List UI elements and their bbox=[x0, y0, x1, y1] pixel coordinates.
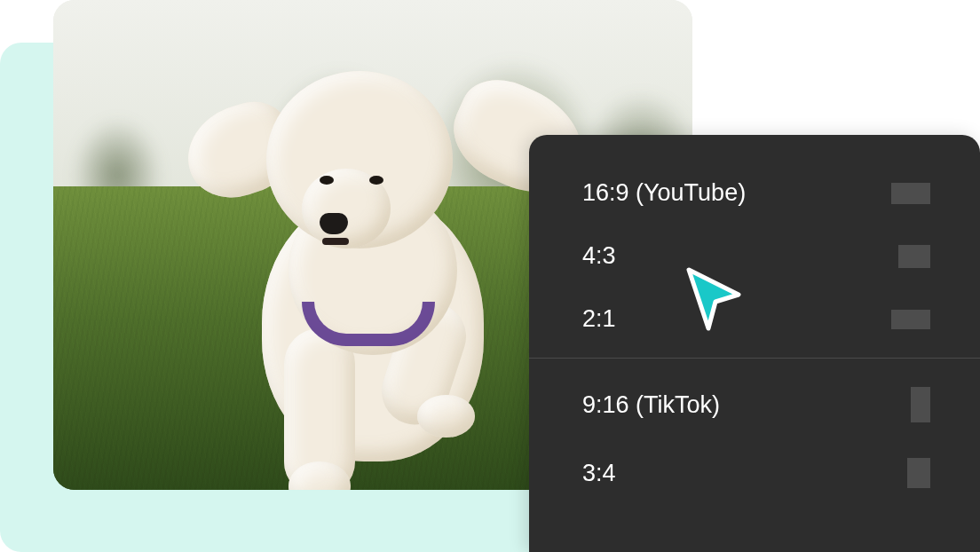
ratio-label: 9:16 (TikTok) bbox=[582, 391, 720, 419]
ratio-swatch-icon bbox=[891, 183, 930, 204]
ratio-option-9-16[interactable]: 9:16 (TikTok) bbox=[529, 369, 980, 440]
ratio-option-3-4[interactable]: 3:4 bbox=[529, 440, 980, 506]
dog-illustration bbox=[213, 80, 533, 488]
ratio-swatch-icon bbox=[891, 310, 930, 329]
ratio-label: 3:4 bbox=[582, 460, 616, 487]
aspect-ratio-panel: 16:9 (YouTube) 4:3 2:1 9:16 (TikTok) 3:4 bbox=[529, 135, 980, 552]
ratio-swatch-icon bbox=[907, 458, 930, 488]
ratio-label: 16:9 (YouTube) bbox=[582, 179, 746, 207]
ratio-label: 2:1 bbox=[582, 305, 616, 333]
ratio-option-2-1[interactable]: 2:1 bbox=[529, 288, 980, 351]
ratio-label: 4:3 bbox=[582, 242, 616, 270]
ratio-option-16-9[interactable]: 16:9 (YouTube) bbox=[529, 162, 980, 225]
ratio-swatch-icon bbox=[911, 387, 930, 422]
ratio-option-4-3[interactable]: 4:3 bbox=[529, 225, 980, 288]
ratio-group-divider bbox=[529, 358, 980, 359]
ratio-swatch-icon bbox=[898, 245, 930, 268]
